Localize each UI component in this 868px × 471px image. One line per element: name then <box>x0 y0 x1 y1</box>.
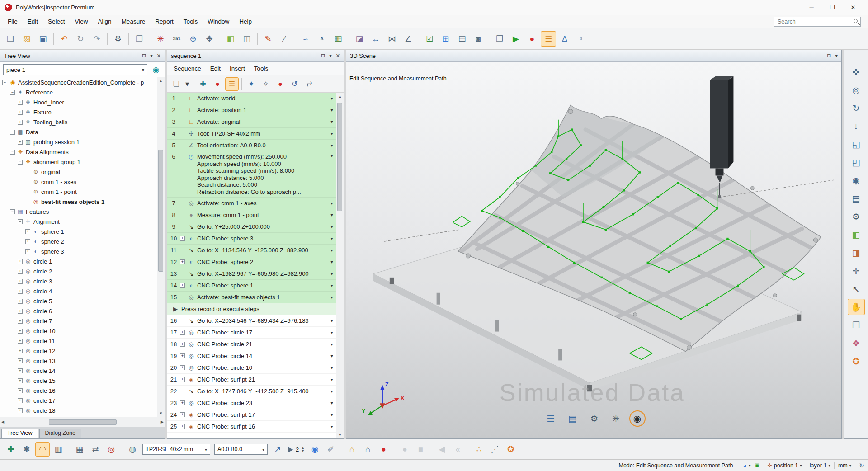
menu-sequence[interactable]: Sequence <box>169 63 206 74</box>
tree-item[interactable]: +◎circle 16 <box>0 386 157 396</box>
step-options-chevron[interactable]: ▾ <box>328 283 336 288</box>
panel-close-icon[interactable]: ✕ <box>157 53 161 59</box>
path-options-gear-icon[interactable]: ⚙ <box>586 411 603 426</box>
tree-item[interactable]: −✥alignment group 1 <box>0 157 157 167</box>
expand-icon[interactable]: + <box>180 342 185 347</box>
sequence-step[interactable]: 21+◈CNC Probe: surf pt 21▾ <box>167 374 336 386</box>
sequence-step[interactable]: 2∟Activate: position 1▾ <box>167 104 336 116</box>
expand-icon[interactable]: + <box>18 279 23 284</box>
options-gear-icon[interactable]: ⚙ <box>110 31 126 47</box>
expand-icon[interactable]: + <box>18 269 23 274</box>
tree-horizontal-scrollbar[interactable]: ◀ ▶ <box>0 417 165 427</box>
step-options-chevron[interactable]: ▾ <box>328 400 336 405</box>
expand-icon[interactable]: + <box>18 358 23 363</box>
expand-icon[interactable]: + <box>180 424 185 429</box>
tree-item[interactable]: +◎circle 17 <box>0 396 157 405</box>
new-sequence-icon[interactable]: ❏ <box>170 77 183 91</box>
play-macro-icon[interactable]: ▶ <box>508 31 524 47</box>
tree-item[interactable]: +◎circle 13 <box>0 356 157 366</box>
sequence-current-marker[interactable]: ▶Press record or execute steps <box>167 303 336 315</box>
orientation-selector[interactable]: A0.0 B0.0▾ <box>214 444 268 455</box>
expand-icon[interactable]: + <box>18 388 23 393</box>
tree-item[interactable]: +◎circle 12 <box>0 346 157 356</box>
import-clipboard-icon[interactable]: ❐ <box>132 31 147 47</box>
menu-align[interactable]: Align <box>93 16 117 27</box>
report-grid-icon[interactable]: ▤ <box>454 31 470 47</box>
tree-item[interactable]: +◎circle 14 <box>0 366 157 376</box>
globe-alignment-icon[interactable]: ⊕ <box>185 31 201 47</box>
menu-view[interactable]: View <box>70 16 93 27</box>
measure-distance-icon[interactable]: ↔ <box>368 31 383 47</box>
tree-item[interactable]: +◎circle 15 <box>0 376 157 386</box>
tree-item[interactable]: −✦Reference <box>0 87 157 97</box>
3d-render[interactable]: Z X Y Simulated Data <box>346 62 841 438</box>
expand-icon[interactable]: + <box>180 365 185 370</box>
tree-item[interactable]: +❖Tooling_balls <box>0 117 157 127</box>
insert-step-icon[interactable]: ✚ <box>196 77 210 91</box>
pin-location-icon[interactable]: ◉ <box>307 442 322 457</box>
panel-close-icon[interactable]: ✕ <box>336 53 340 59</box>
sequence-step[interactable]: 6◷Movement speed (mm/s): 250.000Approach… <box>167 151 336 198</box>
step-options-chevron[interactable]: ▾ <box>328 201 336 206</box>
tree-item[interactable]: +❖Hood_Inner <box>0 97 157 107</box>
control-chart-icon[interactable]: ∆ <box>557 31 572 47</box>
step-options-chevron[interactable]: ▾ <box>328 412 336 417</box>
minimize-button[interactable]: ─ <box>801 0 822 15</box>
measure-angle-icon[interactable]: ∠ <box>401 31 416 47</box>
sequence-step[interactable]: 11↘Go to: X=1134.546 Y=-125.000 Z=882.90… <box>167 245 336 256</box>
expand-icon[interactable]: + <box>180 236 185 241</box>
step-options-chevron[interactable]: ▾ <box>328 212 336 217</box>
step-options-chevron[interactable]: ▾ <box>328 108 336 113</box>
step-options-chevron[interactable]: ▾ <box>328 424 336 429</box>
maximize-button[interactable]: ❐ <box>822 0 843 15</box>
guided-measure-icon[interactable]: ✧ <box>259 77 273 91</box>
cmm-table-icon[interactable]: ▦ <box>72 442 87 457</box>
menu-window[interactable]: Window <box>203 16 234 27</box>
path-parameters-icon[interactable]: ▤ <box>564 411 581 426</box>
show-path-eye-icon[interactable]: ◉ <box>629 410 646 427</box>
device-position-icon[interactable]: ⇄ <box>88 442 103 457</box>
tree-item[interactable]: +◎circle 3 <box>0 276 157 286</box>
expand-icon[interactable]: + <box>18 110 23 115</box>
tree-item[interactable]: +▥probing session 1 <box>0 137 157 147</box>
sequence-step[interactable]: 5∠Tool orientation: A0.0 B0.0▾ <box>167 140 336 151</box>
offline-simulation-icon[interactable]: ✪ <box>848 353 865 369</box>
step-options-chevron[interactable]: ▾ <box>328 143 336 148</box>
step-options-chevron[interactable]: ▾ <box>328 295 336 300</box>
scroll-right-icon[interactable]: ▶ <box>161 420 164 424</box>
path-display-icon[interactable]: ⋰ <box>487 442 502 457</box>
expand-icon[interactable]: + <box>180 259 185 264</box>
expand-icon[interactable]: + <box>18 398 23 403</box>
tree-item[interactable]: ◎best-fit meas objects 1 <box>0 197 157 207</box>
zoom-view-icon[interactable]: ◎ <box>848 82 865 98</box>
expand-icon[interactable]: + <box>18 289 23 294</box>
best-fit-alignment-icon[interactable]: ✥ <box>202 31 217 47</box>
step-options-chevron[interactable]: ▾ <box>328 96 336 101</box>
pick-element-icon[interactable]: ↖ <box>848 281 865 297</box>
pan-mode-icon[interactable]: ✋ <box>848 299 865 315</box>
tree-item[interactable]: +◎circle 6 <box>0 306 157 316</box>
add-table-icon[interactable]: ⊞ <box>438 31 453 47</box>
calibrate-probe-icon[interactable]: ✱ <box>19 442 34 457</box>
sequence-step[interactable]: 24+◈CNC Probe: surf pt 17▾ <box>167 409 336 421</box>
menu-select[interactable]: Select <box>43 16 70 27</box>
expand-icon[interactable]: + <box>180 330 185 335</box>
expand-icon[interactable]: + <box>18 259 23 264</box>
menu-tools[interactable]: Tools <box>179 16 203 27</box>
open-project-icon[interactable]: ▨ <box>19 31 34 47</box>
expand-icon[interactable]: + <box>18 368 23 373</box>
tree-vertical-scrollbar[interactable]: ▲ ▼ <box>157 77 165 417</box>
sequence-step[interactable]: 4✣Tool: TP20-SF 40x2 mm▾ <box>167 128 336 140</box>
device-position-selector[interactable]: ✛ position 1 ▾ <box>768 462 802 469</box>
expand-icon[interactable]: + <box>25 229 30 234</box>
expand-icon[interactable]: + <box>18 349 23 353</box>
expand-icon[interactable]: + <box>18 319 23 324</box>
sequence-step[interactable]: 13↘Go to: X=1982.967 Y=-605.980 Z=982.90… <box>167 268 336 280</box>
step-options-chevron[interactable]: ▾ <box>328 318 336 323</box>
scroll-up-icon[interactable]: ▲ <box>157 77 165 85</box>
color-map-cube-icon[interactable]: ◧ <box>223 31 238 47</box>
step-options-chevron[interactable]: ▾ <box>328 248 336 253</box>
menu-edit[interactable]: Edit <box>206 63 225 74</box>
pin-icon[interactable]: ⊡ <box>321 53 325 59</box>
view-normal-icon[interactable]: ↓ <box>848 118 865 134</box>
